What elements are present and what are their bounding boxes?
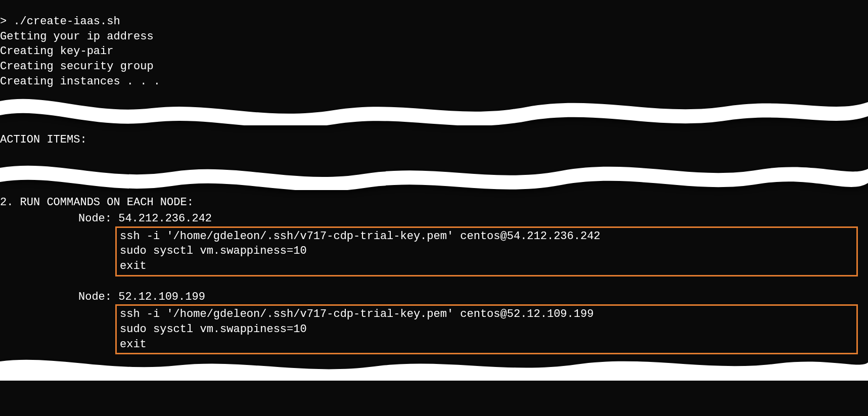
terminal-line: Creating instances . . .: [0, 74, 868, 89]
terminal-line: > ./create-iaas.sh: [0, 14, 868, 29]
terminal-output-bottom: 2. RUN COMMANDS ON EACH NODE: Node: 54.2…: [0, 190, 868, 354]
command-line: ssh -i '/home/gdeleon/.ssh/v717-cdp-tria…: [120, 307, 853, 322]
terminal-line: Getting your ip address: [0, 29, 868, 44]
command-line: exit: [120, 259, 853, 274]
run-commands-heading: 2. RUN COMMANDS ON EACH NODE:: [0, 195, 868, 210]
command-highlight-box: ssh -i '/home/gdeleon/.ssh/v717-cdp-tria…: [115, 304, 858, 354]
action-items-heading: ACTION ITEMS:: [0, 132, 868, 148]
torn-edge-divider: [0, 92, 868, 125]
terminal-line: Creating key-pair: [0, 44, 868, 59]
command-highlight-box: ssh -i '/home/gdeleon/.ssh/v717-cdp-tria…: [115, 226, 858, 276]
node-block: Node: 54.212.236.242 ssh -i '/home/gdele…: [0, 211, 868, 276]
terminal-line: Creating security group: [0, 59, 868, 74]
terminal-output-top: > ./create-iaas.sh Getting your ip addre…: [0, 0, 868, 92]
torn-edge-divider: [0, 354, 868, 381]
command-line: ssh -i '/home/gdeleon/.ssh/v717-cdp-tria…: [120, 229, 853, 244]
node-label: Node: 54.212.236.242: [0, 211, 868, 226]
terminal-output-mid: ACTION ITEMS:: [0, 125, 868, 157]
command-line: exit: [120, 337, 853, 352]
command-line: sudo sysctl vm.swappiness=10: [120, 322, 853, 337]
torn-edge-divider: [0, 157, 868, 190]
node-block: Node: 52.12.109.199 ssh -i '/home/gdeleo…: [0, 290, 868, 355]
command-line: sudo sysctl vm.swappiness=10: [120, 244, 853, 259]
node-label: Node: 52.12.109.199: [0, 290, 868, 305]
